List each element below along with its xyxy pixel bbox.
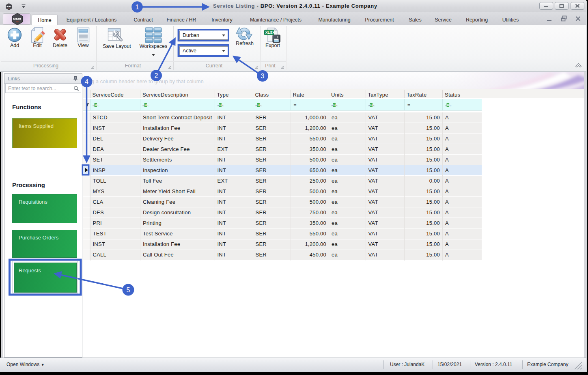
svg-text:c: c (336, 103, 338, 107)
svg-text:c: c (260, 103, 262, 107)
svg-text:B: B (257, 103, 260, 107)
svg-text:a: a (255, 103, 257, 107)
svg-text:B: B (95, 103, 97, 107)
svg-text:B: B (334, 103, 336, 107)
svg-text:c: c (97, 103, 99, 107)
svg-text:B: B (219, 103, 222, 107)
svg-text:c: c (450, 103, 452, 107)
svg-text:a: a (93, 103, 95, 107)
svg-text:a: a (331, 103, 333, 107)
svg-text:B: B (447, 103, 450, 107)
svg-text:c: c (222, 103, 224, 107)
svg-text:B: B (370, 103, 373, 107)
svg-text:a: a (142, 103, 144, 107)
svg-text:B: B (145, 103, 147, 107)
svg-text:a: a (445, 103, 447, 107)
svg-text:a: a (217, 103, 219, 107)
svg-text:a: a (368, 103, 370, 107)
svg-text:c: c (148, 103, 149, 107)
svg-text:XLSX: XLSX (265, 30, 275, 34)
svg-text:c: c (373, 103, 375, 107)
